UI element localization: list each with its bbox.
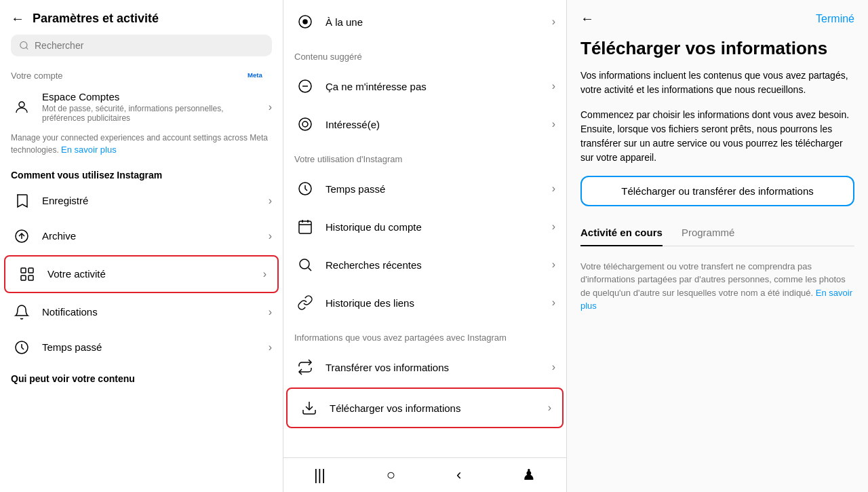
usage-section-label: Comment vous utilisez Instagram (0, 162, 283, 183)
svg-rect-8 (21, 276, 26, 280)
chevron-right-icon: › (263, 268, 267, 280)
middle-item-historique-liens[interactable]: Historique des liens › (283, 284, 566, 322)
contenu-suggere-label: Contenu suggéré (283, 41, 566, 67)
interested-icon (294, 113, 316, 135)
middle-item-ca-ne-minteresse-pas[interactable]: Ça ne m'intéresse pas › (283, 67, 566, 105)
nav-accessibility-icon[interactable]: ♟ (522, 466, 536, 484)
meta-learn-more-link[interactable]: En savoir plus (61, 145, 117, 155)
chevron-right-icon: › (269, 195, 272, 207)
meta-description: Manage your connected experiences and ac… (0, 130, 283, 162)
espace-comptes-title: Espace Comptes (42, 91, 259, 102)
right-back-arrow[interactable]: ← (580, 11, 594, 26)
left-title: Paramètres et activité (33, 12, 159, 26)
temps-passe-mid-label: Temps passé (326, 183, 542, 195)
svg-point-3 (19, 102, 24, 107)
nav-back-icon[interactable]: ‹ (456, 466, 461, 484)
search-icon (19, 40, 29, 51)
archive-label: Archive (42, 230, 259, 242)
a-la-une-label: À la une (326, 16, 542, 28)
menu-item-notifications[interactable]: Notifications › (0, 295, 283, 330)
right-desc2: Commencez par choisir les informations d… (580, 108, 854, 165)
nav-menu-icon[interactable]: ||| (314, 466, 326, 484)
chevron-right-icon: › (552, 259, 555, 271)
espace-comptes-subtitle: Mot de passe, sécurité, informations per… (42, 104, 259, 123)
svg-rect-6 (21, 268, 26, 273)
link-icon (294, 292, 316, 314)
historique-liens-label: Historique des liens (326, 297, 542, 309)
person-icon (11, 96, 33, 118)
chevron-right-icon: › (269, 101, 272, 113)
not-interested-icon (294, 75, 316, 97)
svg-text:Meta: Meta (248, 71, 263, 79)
middle-item-historique-compte[interactable]: Historique du compte › (283, 208, 566, 246)
middle-item-temps-passe[interactable]: Temps passé › (283, 170, 566, 208)
utilisation-instagram-label: Votre utilisation d'Instagram (283, 143, 566, 170)
chevron-right-icon: › (269, 230, 272, 242)
menu-item-enregistre[interactable]: Enregistré › (0, 183, 283, 219)
middle-item-transferer-infos[interactable]: Transférer vos informations › (283, 348, 566, 386)
menu-item-espace-comptes[interactable]: Espace Comptes Mot de passe, sécurité, i… (0, 84, 283, 130)
ca-ne-minteresse-pas-label: Ça ne m'intéresse pas (326, 81, 542, 92)
who-section-label: Qui peut voir votre contenu (0, 365, 283, 387)
left-header: ← Paramètres et activité (0, 0, 283, 35)
meta-logo: Meta (248, 70, 272, 81)
download-transfer-button[interactable]: Télécharger ou transférer des informatio… (580, 176, 854, 206)
middle-item-telecharger-infos[interactable]: Télécharger vos informations › (286, 387, 564, 428)
search-icon (294, 254, 316, 276)
download-icon (298, 397, 320, 419)
recherches-recentes-label: Recherches récentes (326, 259, 542, 271)
chevron-right-icon: › (552, 361, 555, 373)
middle-item-a-la-une[interactable]: À la une › (283, 0, 566, 41)
transferer-infos-label: Transférer vos informations (326, 362, 542, 373)
search-bar[interactable] (11, 35, 272, 56)
middle-panel: À la une › Contenu suggéré Ça ne m'intér… (283, 0, 567, 492)
menu-item-temps-passe[interactable]: Temps passé › (0, 330, 283, 365)
right-title: Télécharger vos informations (580, 37, 854, 60)
middle-item-interesse[interactable]: Intéressé(e) › (283, 105, 566, 143)
votre-activite-label: Votre activité (47, 268, 254, 280)
chevron-right-icon: › (552, 118, 555, 130)
svg-point-15 (299, 118, 311, 130)
account-section-label: Votre compte Meta (0, 64, 283, 84)
terminated-button[interactable]: Terminé (816, 13, 854, 25)
right-body-text: Votre téléchargement ou votre transfert … (580, 260, 854, 313)
menu-item-votre-activite[interactable]: Votre activité › (4, 255, 279, 293)
calendar-icon (294, 216, 316, 238)
menu-item-archive[interactable]: Archive › (0, 219, 283, 254)
temps-passe-label: Temps passé (42, 341, 259, 353)
clock-icon (294, 178, 316, 200)
svg-point-21 (300, 259, 309, 269)
transfer-icon (294, 356, 316, 378)
telecharger-infos-label: Télécharger vos informations (330, 402, 538, 414)
tab-activite-en-cours[interactable]: Activité en cours (580, 220, 663, 246)
star-icon (294, 11, 316, 33)
chevron-right-icon: › (552, 221, 555, 233)
activity-icon (16, 263, 38, 285)
middle-item-recherches-recentes[interactable]: Recherches récentes › (283, 246, 566, 284)
bottom-navigation-bar: ||| ○ ‹ ♟ (283, 457, 566, 492)
chevron-right-icon: › (269, 341, 272, 354)
enregistre-label: Enregistré (42, 195, 259, 206)
right-panel: ← Terminé Télécharger vos informations V… (567, 0, 868, 492)
nav-home-icon[interactable]: ○ (387, 466, 395, 484)
historique-compte-label: Historique du compte (326, 221, 542, 233)
archive-icon (11, 225, 33, 247)
right-desc1: Vos informations incluent les contenus q… (580, 69, 854, 97)
search-input[interactable] (35, 40, 264, 51)
svg-rect-9 (28, 276, 33, 280)
svg-rect-17 (299, 221, 311, 233)
chevron-right-icon: › (552, 183, 555, 195)
tab-programme[interactable]: Programmé (682, 220, 734, 246)
right-header: ← Terminé (580, 11, 854, 26)
svg-line-22 (309, 268, 311, 271)
chevron-right-icon: › (552, 297, 555, 309)
chevron-right-icon: › (552, 80, 555, 92)
chevron-right-icon: › (552, 16, 555, 28)
bell-icon (11, 301, 33, 323)
svg-rect-7 (28, 268, 33, 273)
infos-partagees-label: Informations que vous avez partagées ave… (283, 322, 566, 348)
clock-icon (11, 337, 33, 358)
left-back-arrow[interactable]: ← (11, 11, 24, 26)
chevron-right-icon: › (269, 306, 272, 318)
chevron-right-icon: › (548, 402, 551, 414)
